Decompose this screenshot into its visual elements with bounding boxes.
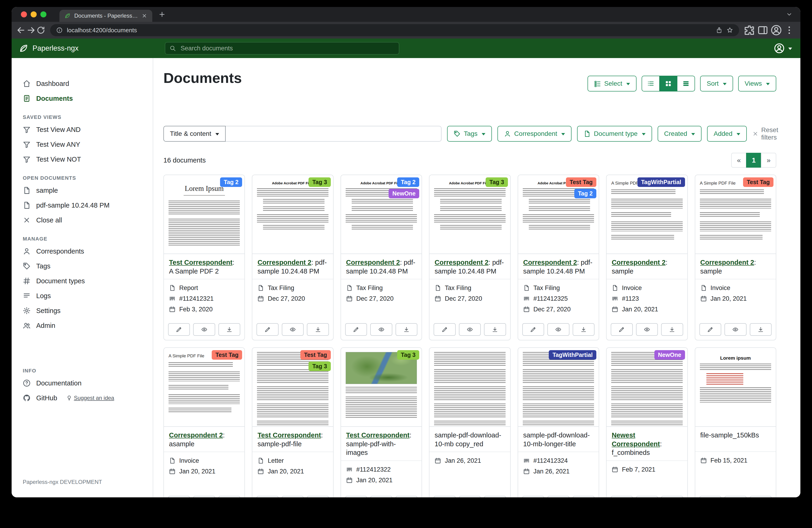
download-button[interactable] bbox=[750, 323, 772, 336]
tab-close-icon[interactable] bbox=[142, 13, 147, 18]
document-preview[interactable]: Lorem ipsum bbox=[695, 348, 776, 427]
correspondent-link[interactable]: Correspondent 2 bbox=[612, 259, 666, 266]
reset-filters-button[interactable]: Reset filters bbox=[752, 126, 778, 141]
window-minimize-button[interactable] bbox=[31, 11, 37, 17]
edit-button[interactable] bbox=[168, 496, 190, 497]
document-type-filter-button[interactable]: Document type bbox=[577, 126, 652, 142]
sidebar-item-admin[interactable]: Admin bbox=[12, 318, 153, 333]
title-content-dropdown[interactable]: Title & content bbox=[163, 126, 226, 142]
document-preview[interactable]: Adobe Acrobat PDF FilesTag 2NewOne bbox=[341, 175, 422, 254]
download-button[interactable] bbox=[661, 323, 683, 336]
download-button[interactable] bbox=[573, 496, 594, 497]
document-preview[interactable]: A Simple PDF FileTest Tag bbox=[695, 175, 776, 254]
download-button[interactable] bbox=[218, 323, 240, 336]
download-button[interactable] bbox=[218, 496, 240, 497]
document-preview[interactable]: Adobe Acrobat PDF FilesTag 3 bbox=[430, 175, 510, 254]
side-panel-icon[interactable] bbox=[757, 25, 768, 36]
tag-badge[interactable]: Tag 3 bbox=[308, 177, 331, 187]
tag-badge[interactable]: Test Tag bbox=[300, 350, 331, 360]
edit-button[interactable] bbox=[699, 496, 721, 497]
filter-text-input[interactable] bbox=[226, 126, 441, 142]
search-input[interactable] bbox=[165, 42, 399, 55]
edit-button[interactable] bbox=[522, 496, 544, 497]
correspondent-link[interactable]: Test Correspondent bbox=[346, 431, 409, 439]
sidebar-item-test-view-not[interactable]: Test View NOT bbox=[12, 152, 153, 167]
tag-badge[interactable]: Test Tag bbox=[212, 350, 242, 360]
edit-button[interactable] bbox=[257, 496, 278, 497]
window-zoom-button[interactable] bbox=[40, 11, 46, 17]
tag-badge[interactable]: Tag 2 bbox=[397, 177, 419, 187]
view-button[interactable] bbox=[636, 323, 658, 336]
edit-button[interactable] bbox=[345, 323, 367, 336]
back-button[interactable] bbox=[16, 25, 26, 35]
document-preview[interactable]: Lorem IpsumTag 2 bbox=[164, 175, 244, 254]
sidebar-item-settings[interactable]: Settings bbox=[12, 303, 153, 318]
new-tab-button[interactable] bbox=[158, 11, 166, 18]
download-button[interactable] bbox=[661, 496, 683, 497]
tag-badge[interactable]: Test Tag bbox=[743, 177, 773, 187]
sidebar-item-github[interactable]: GitHubSuggest an idea bbox=[12, 390, 153, 405]
edit-button[interactable] bbox=[434, 323, 455, 336]
tag-badge[interactable]: Tag 3 bbox=[397, 350, 419, 360]
correspondent-link[interactable]: Newest Correspondent bbox=[612, 431, 660, 448]
sidebar-item-pdf-sample-10-24-48-pm[interactable]: pdf-sample 10.24.48 PM bbox=[12, 198, 153, 213]
download-button[interactable] bbox=[307, 323, 329, 336]
correspondent-link[interactable]: Correspondent 2 bbox=[169, 431, 223, 439]
view-button[interactable] bbox=[547, 496, 569, 497]
edit-button[interactable] bbox=[257, 323, 278, 336]
view-button[interactable] bbox=[193, 323, 215, 336]
view-button[interactable] bbox=[636, 496, 658, 497]
tag-badge[interactable]: Test Tag bbox=[566, 177, 596, 187]
download-button[interactable] bbox=[484, 496, 506, 497]
site-info-icon[interactable] bbox=[56, 27, 63, 33]
view-button[interactable] bbox=[724, 323, 746, 336]
correspondent-link[interactable]: Correspondent 2 bbox=[700, 259, 754, 266]
edit-button[interactable] bbox=[699, 323, 721, 336]
sidebar-item-document-types[interactable]: Document types bbox=[12, 273, 153, 288]
sidebar-item-close-all[interactable]: Close all bbox=[12, 213, 153, 228]
tab-search-chevron-icon[interactable] bbox=[786, 11, 793, 18]
browser-profile-icon[interactable] bbox=[771, 25, 782, 36]
document-preview[interactable]: Adobe Acrobat PDF FilesTag 3 bbox=[252, 175, 333, 254]
edit-button[interactable] bbox=[611, 323, 633, 336]
view-button[interactable] bbox=[282, 496, 304, 497]
view-detail-button[interactable] bbox=[677, 76, 695, 91]
pagination-next[interactable]: » bbox=[761, 153, 776, 168]
view-button[interactable] bbox=[459, 496, 481, 497]
view-button[interactable] bbox=[193, 496, 215, 497]
extensions-puzzle-icon[interactable] bbox=[744, 25, 755, 36]
document-preview[interactable] bbox=[430, 348, 510, 427]
sidebar-item-dashboard[interactable]: Dashboard bbox=[12, 76, 153, 91]
tag-badge[interactable]: Tag 2 bbox=[574, 189, 596, 198]
download-button[interactable] bbox=[307, 496, 329, 497]
download-button[interactable] bbox=[750, 496, 772, 497]
tag-badge[interactable]: TagWithPartial bbox=[637, 177, 685, 187]
browser-tab[interactable]: Documents - Paperless-ngx bbox=[59, 10, 152, 22]
tag-badge[interactable]: Tag 3 bbox=[485, 177, 508, 187]
document-preview[interactable]: Adobe Acrobat PDF FilesTest TagTag 2 bbox=[518, 175, 599, 254]
address-bar[interactable]: localhost:4200/documents bbox=[50, 24, 739, 36]
correspondent-link[interactable]: Test Correspondent bbox=[169, 259, 232, 266]
sidebar-item-test-view-and[interactable]: Test View AND bbox=[12, 122, 153, 137]
document-preview[interactable]: NewOne bbox=[607, 348, 687, 427]
views-button[interactable]: Views bbox=[738, 76, 776, 91]
view-button[interactable] bbox=[370, 323, 392, 336]
share-icon[interactable] bbox=[716, 27, 722, 33]
sidebar-item-documents[interactable]: Documents bbox=[12, 91, 153, 106]
document-preview[interactable]: TagWithPartial bbox=[518, 348, 599, 427]
download-button[interactable] bbox=[395, 496, 417, 497]
edit-button[interactable] bbox=[168, 323, 190, 336]
view-button[interactable] bbox=[724, 496, 746, 497]
view-button[interactable] bbox=[370, 496, 392, 497]
tag-badge[interactable]: NewOne bbox=[654, 350, 685, 360]
correspondent-link[interactable]: Test Correspondent bbox=[258, 431, 321, 439]
sidebar-item-test-view-any[interactable]: Test View ANY bbox=[12, 137, 153, 152]
tag-badge[interactable]: NewOne bbox=[389, 189, 419, 198]
tag-badge[interactable]: Tag 2 bbox=[220, 177, 242, 187]
view-button[interactable] bbox=[547, 323, 569, 336]
document-preview[interactable]: A Simple PDF FileTest Tag bbox=[164, 348, 244, 427]
app-logo[interactable]: Paperless-ngx bbox=[19, 44, 78, 53]
view-button[interactable] bbox=[282, 323, 304, 336]
document-preview[interactable]: Test TagTag 3 bbox=[252, 348, 333, 427]
sidebar-item-correspondents[interactable]: Correspondents bbox=[12, 244, 153, 259]
